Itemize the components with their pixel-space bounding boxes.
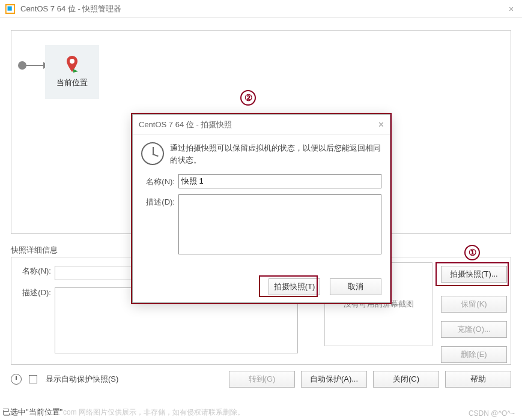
dialog-cancel-button[interactable]: 取消 <box>330 278 381 295</box>
watermark-left: com 网络图片仅供展示，非存储，如有侵权请联系删除。 <box>63 407 244 418</box>
history-icon[interactable] <box>11 374 22 385</box>
detail-section-title: 快照详细信息 <box>11 245 58 256</box>
dialog-title: CentOS 7 64 位 - 拍摄快照 <box>139 119 378 130</box>
keep-button[interactable]: 保留(K) <box>441 296 507 313</box>
show-autoprotect-checkbox[interactable] <box>29 375 37 383</box>
dialog-desc-label: 描述(D): <box>141 194 175 208</box>
close-icon[interactable]: × <box>505 4 517 14</box>
dialog-take-button[interactable]: 拍摄快照(T) <box>269 278 320 295</box>
help-button[interactable]: 帮助 <box>445 371 511 388</box>
close-button[interactable]: 关闭(C) <box>373 371 439 388</box>
delete-button[interactable]: 删除(E) <box>441 346 507 363</box>
svg-rect-1 <box>8 6 12 10</box>
show-autoprotect-label: 显示自动保护快照(S) <box>46 374 118 385</box>
annotation-number-2: ② <box>240 90 256 106</box>
bottom-bar: 显示自动保护快照(S) 转到(G) 自动保护(A)... 关闭(C) 帮助 <box>0 367 522 391</box>
dialog-titlebar: CentOS 7 64 位 - 拍摄快照 × <box>133 115 390 135</box>
status-text: 已选中"当前位置" <box>2 407 62 418</box>
dialog-name-label: 名称(N): <box>141 174 175 187</box>
clock-icon <box>141 142 164 165</box>
detail-name-label: 名称(N): <box>15 266 51 277</box>
window-title: CentOS 7 64 位 - 快照管理器 <box>20 4 505 14</box>
current-position-label: 当前位置 <box>56 77 88 88</box>
vmware-logo-icon <box>5 4 16 14</box>
take-snapshot-dialog: CentOS 7 64 位 - 拍摄快照 × 通过拍摄快照可以保留虚拟机的状态，… <box>132 114 390 303</box>
annotation-number-1: ① <box>464 245 480 260</box>
detail-desc-label: 描述(D): <box>15 287 51 298</box>
clone-button[interactable]: 克隆(O)... <box>441 321 507 338</box>
goto-button[interactable]: 转到(G) <box>229 371 295 388</box>
watermark-right: CSDN @^O^~ <box>469 409 515 418</box>
take-snapshot-button[interactable]: 拍摄快照(T)... <box>441 266 507 283</box>
location-pin-icon <box>65 56 79 74</box>
autoprotect-button[interactable]: 自动保护(A)... <box>301 371 367 388</box>
current-position-node[interactable]: 当前位置 <box>45 45 99 99</box>
dialog-desc-textarea[interactable] <box>178 194 381 254</box>
dialog-close-icon[interactable]: × <box>378 119 384 130</box>
svg-point-2 <box>70 59 74 64</box>
dialog-name-input[interactable] <box>178 174 381 188</box>
dialog-info-text: 通过拍摄快照可以保留虚拟机的状态，以便以后您能返回相同的状态。 <box>170 142 381 166</box>
timeline-line <box>24 65 46 66</box>
titlebar: CentOS 7 64 位 - 快照管理器 × <box>0 0 522 18</box>
